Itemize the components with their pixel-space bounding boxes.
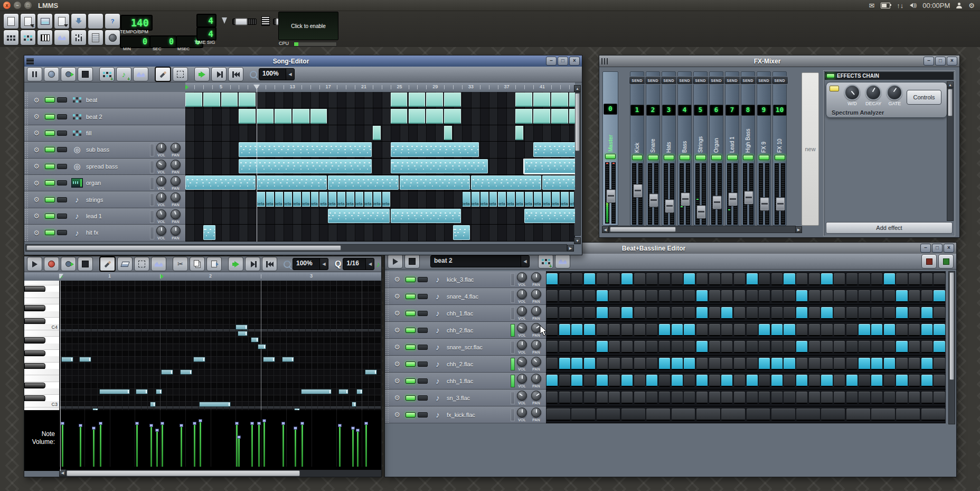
preset-pattern-segment[interactable]: Defau <box>328 192 336 206</box>
step-cell[interactable] <box>646 409 670 421</box>
step-cell[interactable] <box>921 358 932 370</box>
step-cell[interactable] <box>934 324 945 336</box>
track-instrument-icon[interactable]: ♪ <box>71 195 83 205</box>
step-cell[interactable] <box>834 324 845 336</box>
record-button[interactable] <box>44 67 59 81</box>
step-cell[interactable] <box>597 290 608 302</box>
channel-enable-led[interactable] <box>680 155 690 160</box>
step-cell[interactable] <box>609 290 620 302</box>
track-content[interactable] <box>185 125 575 142</box>
solo-led[interactable] <box>57 180 67 186</box>
channel-fader[interactable] <box>695 163 706 225</box>
send-button[interactable]: SEND <box>629 76 646 85</box>
pan-knob-dial[interactable] <box>171 176 181 186</box>
volume-knob-dial[interactable] <box>156 209 166 219</box>
track-actions-icon[interactable]: ⚙ <box>31 113 42 121</box>
note-volume-stem[interactable] <box>365 425 367 467</box>
pan-knob-dial[interactable] <box>171 143 181 153</box>
step-cell[interactable] <box>559 375 570 387</box>
timesig-numerator-lcd[interactable]: 4 <box>196 14 216 27</box>
step-cell[interactable] <box>759 392 770 404</box>
step-cell[interactable] <box>734 290 745 302</box>
step-cell[interactable] <box>871 324 882 336</box>
white-key[interactable] <box>24 298 59 304</box>
new-project-button[interactable] <box>3 13 19 29</box>
add-automation-track-button[interactable] <box>133 67 148 81</box>
master-volume-slider[interactable] <box>232 18 257 25</box>
volume-knob-dial[interactable] <box>517 391 527 401</box>
bb-pattern-segment[interactable] <box>239 92 256 107</box>
to-end-button[interactable] <box>211 67 227 81</box>
step-cell[interactable] <box>896 307 907 319</box>
step-cell[interactable] <box>759 375 770 387</box>
step-cell[interactable] <box>709 392 720 404</box>
note-volume-stem[interactable] <box>194 425 195 467</box>
send-button[interactable]: SEND <box>771 76 788 85</box>
volume-icon[interactable]: ))) <box>910 3 916 8</box>
fx-mixer-titlebar[interactable]: FX-Mixer – □ × <box>599 55 959 67</box>
note-volume-handle[interactable] <box>79 424 82 427</box>
preset-pattern-segment[interactable]: Defau <box>319 192 328 206</box>
piano-roll-horizontal-scrollbar[interactable] <box>59 470 381 477</box>
step-cell[interactable] <box>859 290 870 302</box>
note-volume-stem[interactable] <box>100 425 101 467</box>
track-name[interactable]: snare_4.flac <box>447 293 478 300</box>
pattern-segment[interactable] <box>533 142 575 156</box>
bb-pattern-segment[interactable] <box>373 126 381 140</box>
bb-pattern-segment[interactable] <box>185 92 202 107</box>
send-button[interactable]: SEND <box>756 76 772 85</box>
step-cell[interactable] <box>747 273 758 285</box>
fader-knob[interactable] <box>696 205 706 219</box>
track-instrument-icon[interactable]: ♪ <box>432 342 444 352</box>
track-actions-icon[interactable]: ⚙ <box>392 326 402 334</box>
step-cell[interactable] <box>546 375 558 387</box>
track-grip-handle[interactable] <box>24 208 29 224</box>
step-cell[interactable] <box>696 392 708 404</box>
step-cell[interactable] <box>597 409 620 421</box>
automation-editor-toggle-button[interactable] <box>54 30 70 45</box>
step-cell[interactable] <box>621 341 633 353</box>
track-name[interactable]: lead 1 <box>86 213 102 219</box>
zoom-selector[interactable]: 100%◀ <box>293 258 328 270</box>
bb-pattern-segment[interactable] <box>426 92 443 107</box>
mute-led[interactable] <box>45 114 55 119</box>
fader-knob[interactable] <box>606 189 616 203</box>
bb-pattern-segment[interactable] <box>515 109 532 123</box>
step-cell[interactable] <box>571 307 582 319</box>
step-cell[interactable] <box>721 341 732 353</box>
track-content[interactable] <box>185 92 575 108</box>
add-bb-track-button[interactable] <box>99 67 115 81</box>
pause-button[interactable] <box>27 67 42 81</box>
step-cell[interactable] <box>859 392 870 404</box>
note-volume-handle[interactable] <box>92 427 96 430</box>
midi-note[interactable] <box>61 357 73 362</box>
solo-led[interactable] <box>418 328 428 333</box>
decay-knob[interactable]: DECAY <box>865 85 881 106</box>
step-cell[interactable] <box>771 307 783 319</box>
midi-note[interactable] <box>301 389 331 394</box>
solo-led[interactable] <box>418 311 428 316</box>
mute-led[interactable] <box>45 180 55 186</box>
playhead-marker[interactable] <box>253 85 260 89</box>
step-cell[interactable] <box>846 358 858 370</box>
volume-knob-dial[interactable] <box>156 226 166 236</box>
solo-led[interactable] <box>418 277 428 282</box>
track-content[interactable] <box>185 175 575 191</box>
channel-label[interactable]: Bass <box>682 119 687 153</box>
step-cell[interactable] <box>646 273 657 285</box>
volume-knob[interactable]: VOL <box>156 160 166 174</box>
bb-vertical-scrollbar[interactable] <box>948 271 955 424</box>
track-instrument-icon[interactable]: ♪ <box>432 410 444 420</box>
fx-scroll-left-arrow[interactable]: ◀ <box>602 226 609 233</box>
volume-knob-dial[interactable] <box>156 143 166 153</box>
midi-note[interactable] <box>235 325 248 330</box>
project-notes-toggle-button[interactable] <box>88 30 103 45</box>
step-cell[interactable] <box>571 358 582 370</box>
midi-note[interactable] <box>199 402 230 407</box>
step-cell[interactable] <box>921 341 932 353</box>
track-grip-handle[interactable] <box>24 225 29 240</box>
step-cell[interactable] <box>834 358 845 370</box>
step-cell[interactable] <box>796 409 820 421</box>
note-volume-handle[interactable] <box>294 427 297 430</box>
pattern-segment[interactable] <box>328 209 389 223</box>
